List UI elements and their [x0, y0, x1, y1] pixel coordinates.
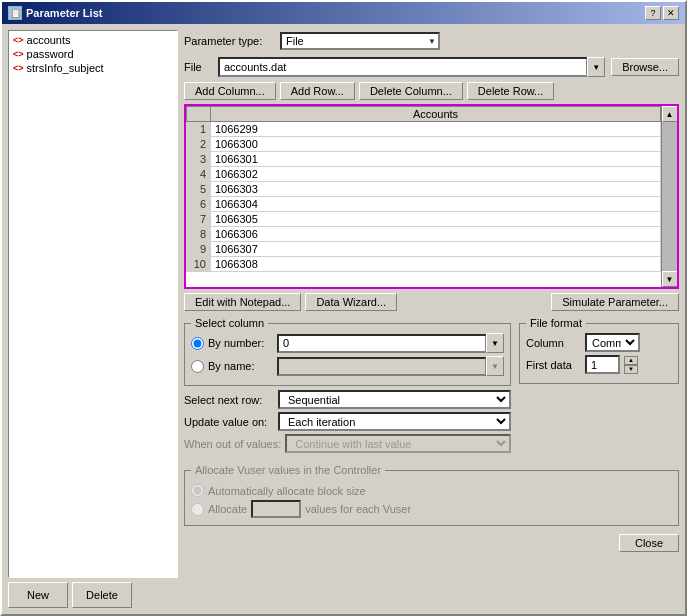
file-input[interactable] [218, 57, 588, 77]
file-format-fieldset: File format Column Comma Tab Space [519, 317, 679, 384]
select-column-fieldset: Select column By number: ▼ By name: [184, 317, 511, 386]
tree-item-label: strsInfo_subject [27, 62, 104, 74]
spinner-down[interactable]: ▼ [624, 365, 638, 374]
auto-allocate-radio[interactable] [191, 484, 204, 497]
table-row[interactable]: 101066308 [187, 257, 661, 272]
by-name-radio[interactable] [191, 360, 204, 373]
tree-item[interactable]: <>strsInfo_subject [11, 61, 175, 75]
row-number: 3 [187, 152, 211, 167]
scroll-up-button[interactable]: ▲ [662, 106, 678, 122]
help-button[interactable]: ? [645, 6, 661, 20]
add-row-button[interactable]: Add Row... [280, 82, 355, 100]
param-type-select[interactable]: File [280, 32, 440, 50]
by-number-radio[interactable] [191, 337, 204, 350]
when-out-label: When out of values: [184, 438, 281, 450]
data-table-container[interactable]: Accounts 1106629921066300310663014106630… [186, 106, 661, 287]
file-format-legend: File format [526, 317, 586, 329]
new-button[interactable]: New [8, 582, 68, 608]
delete-column-button[interactable]: Delete Column... [359, 82, 463, 100]
iteration-select[interactable]: Each iteration [278, 412, 511, 431]
two-col-section: Select column By number: ▼ By name: [184, 315, 679, 456]
row-number: 5 [187, 182, 211, 197]
close-button[interactable]: Close [619, 534, 679, 552]
delete-row-button[interactable]: Delete Row... [467, 82, 554, 100]
when-out-row: When out of values: Continue with last v… [184, 434, 511, 453]
row-value: 1066303 [211, 182, 661, 197]
by-number-combo: ▼ [277, 333, 504, 353]
manual-allocate-radio[interactable] [191, 503, 204, 516]
spinner-up[interactable]: ▲ [624, 356, 638, 365]
row-value: 1066307 [211, 242, 661, 257]
column-select[interactable]: Comma Tab Space [585, 333, 640, 352]
edit-notepad-button[interactable]: Edit with Notepad... [184, 293, 301, 311]
by-name-input[interactable] [277, 357, 487, 376]
allocate-legend: Allocate Vuser values in the Controller [191, 464, 385, 476]
auto-allocate-label: Automatically allocate block size [208, 485, 366, 497]
table-row[interactable]: 61066304 [187, 197, 661, 212]
first-data-label: First data [526, 359, 581, 371]
tree-item-label: password [27, 48, 74, 60]
delete-button[interactable]: Delete [72, 582, 132, 608]
data-wizard-button[interactable]: Data Wizard... [305, 293, 397, 311]
table-row[interactable]: 51066303 [187, 182, 661, 197]
first-data-row: First data ▲ ▼ [526, 355, 672, 374]
close-row: Close [184, 530, 679, 554]
when-out-combo: Continue with last value [285, 434, 511, 453]
first-data-input[interactable] [585, 355, 620, 374]
by-number-arrow[interactable]: ▼ [486, 333, 504, 353]
iteration-combo: Each iteration [278, 412, 511, 431]
select-next-row-label: Select next row: [184, 394, 274, 406]
allocate-fieldset: Allocate Vuser values in the Controller … [184, 464, 679, 526]
simulate-button[interactable]: Simulate Parameter... [551, 293, 679, 311]
vertical-scrollbar[interactable]: ▲ ▼ [661, 106, 677, 287]
parameter-tree[interactable]: <>accounts<>password<>strsInfo_subject [8, 30, 178, 578]
select-column-legend: Select column [191, 317, 268, 329]
row-value: 1066300 [211, 137, 661, 152]
title-bar: 📋 Parameter List ? ✕ [2, 2, 685, 24]
close-title-button[interactable]: ✕ [663, 6, 679, 20]
parameter-list-window: 📋 Parameter List ? ✕ <>accounts<>passwor… [0, 0, 687, 616]
row-value: 1066308 [211, 257, 661, 272]
table-row[interactable]: 71066305 [187, 212, 661, 227]
table-row[interactable]: 81066306 [187, 227, 661, 242]
table-row[interactable]: 31066301 [187, 152, 661, 167]
table-row[interactable]: 21066300 [187, 137, 661, 152]
row-number: 2 [187, 137, 211, 152]
scroll-down-button[interactable]: ▼ [662, 271, 678, 287]
column-label: Column [526, 337, 581, 349]
row-value: 1066301 [211, 152, 661, 167]
first-data-spinner: ▲ ▼ [624, 356, 638, 374]
title-buttons: ? ✕ [645, 6, 679, 20]
when-out-select[interactable]: Continue with last value [285, 434, 511, 453]
allocate-label: Allocate [208, 503, 247, 515]
column-combo: Comma Tab Space [585, 333, 672, 352]
by-number-label: By number: [208, 337, 273, 349]
window-title: Parameter List [26, 7, 102, 19]
browse-button[interactable]: Browse... [611, 58, 679, 76]
allocate-input[interactable] [251, 500, 301, 518]
column-row: Column Comma Tab Space [526, 333, 672, 352]
title-bar-left: 📋 Parameter List [8, 6, 102, 20]
table-row[interactable]: 41066302 [187, 167, 661, 182]
table-row[interactable]: 11066299 [187, 122, 661, 137]
add-column-button[interactable]: Add Column... [184, 82, 276, 100]
by-name-combo: ▼ [277, 356, 504, 376]
row-number: 1 [187, 122, 211, 137]
update-value-label: Update value on: [184, 416, 274, 428]
tree-item[interactable]: <>accounts [11, 33, 175, 47]
by-name-arrow[interactable]: ▼ [486, 356, 504, 376]
window-icon: 📋 [8, 6, 22, 20]
update-value-row: Update value on: Each iteration [184, 412, 511, 431]
file-combo-arrow[interactable]: ▼ [587, 57, 605, 77]
row-value: 1066302 [211, 167, 661, 182]
by-number-input[interactable] [277, 334, 487, 353]
sequential-select[interactable]: Sequential [278, 390, 511, 409]
row-number: 10 [187, 257, 211, 272]
tree-item[interactable]: <>password [11, 47, 175, 61]
scroll-track[interactable] [662, 122, 678, 271]
row-number: 6 [187, 197, 211, 212]
table-row[interactable]: 91066307 [187, 242, 661, 257]
by-name-label: By name: [208, 360, 273, 372]
main-content: <>accounts<>password<>strsInfo_subject N… [2, 24, 685, 614]
row-value: 1066299 [211, 122, 661, 137]
